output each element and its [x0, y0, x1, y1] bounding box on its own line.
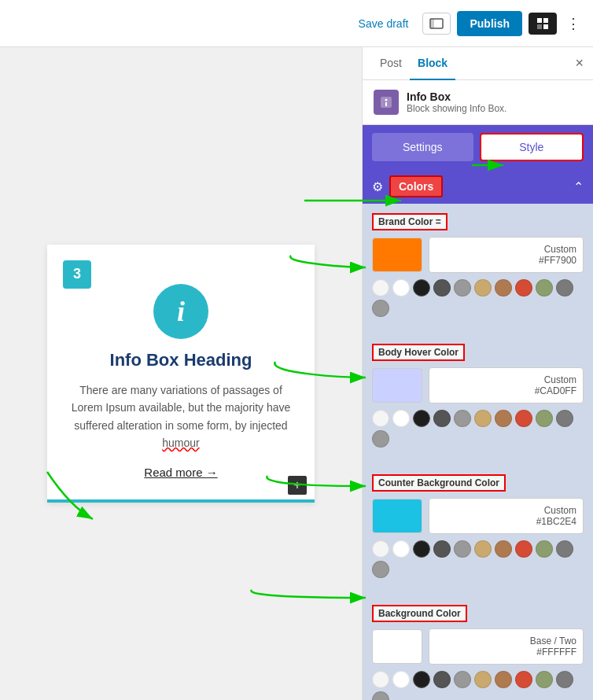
palette-dot-1-0[interactable] — [372, 410, 389, 427]
palette-dot-extra-0[interactable] — [372, 300, 389, 317]
publish-button[interactable]: Publish — [457, 11, 522, 36]
svg-rect-8 — [385, 102, 387, 106]
more-options-button[interactable]: ⋮ — [563, 12, 584, 35]
color-swatch-2[interactable] — [372, 499, 422, 533]
palette-dot-3-8[interactable] — [536, 671, 553, 688]
svg-rect-5 — [543, 24, 548, 29]
settings-toggle-button[interactable] — [529, 13, 557, 35]
palette-dot-0-3[interactable] — [433, 279, 451, 297]
color-preview-row-0: Custom#FF7900 — [372, 237, 584, 273]
view-button[interactable] — [422, 13, 451, 35]
palette-dot-1-4[interactable] — [454, 410, 471, 427]
palette-dot-0-2[interactable] — [413, 279, 430, 297]
color-palette-2 — [372, 540, 584, 558]
color-custom-label-0: Custom — [544, 244, 576, 255]
panel-info-text: Info Box Block showing Info Box. — [407, 90, 506, 114]
panel-info-desc: Block showing Info Box. — [407, 103, 506, 114]
card-bottom-bar — [47, 499, 315, 503]
palette-dot-0-6[interactable] — [495, 279, 512, 297]
panel-close-button[interactable]: × — [575, 55, 584, 72]
info-heading: Info Box Heading — [63, 350, 299, 370]
palette-dot-2-7[interactable] — [515, 540, 532, 558]
palette-dot-1-2[interactable] — [413, 410, 430, 427]
palette-dot-0-1[interactable] — [392, 279, 410, 297]
color-palette-0 — [372, 279, 584, 297]
color-sections-container: Brand Color =Custom#FF7900Body Hover Col… — [363, 204, 593, 700]
toolbar: Save draft Publish ⋮ — [0, 0, 593, 47]
style-button[interactable]: Style — [480, 133, 584, 161]
palette-dot-2-0[interactable] — [372, 540, 389, 558]
palette-dot-extra-1[interactable] — [372, 430, 389, 448]
palette-dot-2-2[interactable] — [413, 540, 430, 558]
palette-dot-3-3[interactable] — [433, 671, 451, 688]
palette-dot-1-9[interactable] — [556, 410, 573, 427]
palette-dot-2-5[interactable] — [474, 540, 492, 558]
palette-dot-3-6[interactable] — [495, 671, 512, 688]
palette-dot-0-4[interactable] — [454, 279, 471, 297]
settings-icon — [536, 17, 549, 30]
palette-dot-3-2[interactable] — [413, 671, 430, 688]
svg-rect-1 — [430, 19, 434, 28]
palette-dot-0-8[interactable] — [536, 279, 553, 297]
palette-dot-3-1[interactable] — [392, 671, 410, 688]
palette-dot-3-5[interactable] — [474, 671, 492, 688]
palette-dot-3-7[interactable] — [515, 671, 532, 688]
color-label-0[interactable]: Brand Color = — [372, 213, 448, 230]
read-more-link[interactable]: Read more → — [63, 466, 299, 479]
palette-dot-1-3[interactable] — [433, 410, 451, 427]
svg-point-7 — [385, 99, 388, 101]
palette-dot-2-6[interactable] — [495, 540, 512, 558]
palette-dot-1-7[interactable] — [515, 410, 532, 427]
palette-dot-2-8[interactable] — [536, 540, 553, 558]
color-custom-label-2: Custom — [544, 505, 576, 516]
palette-dot-2-3[interactable] — [433, 540, 451, 558]
humour-text: humour — [162, 437, 199, 449]
tab-block[interactable]: Block — [410, 47, 455, 80]
info-icon-circle: i — [153, 284, 208, 339]
svg-rect-4 — [537, 24, 542, 29]
color-preview-row-3: Base / Two#FFFFFF — [372, 628, 584, 665]
palette-dot-1-5[interactable] — [474, 410, 492, 427]
color-label-3[interactable]: Background Color — [372, 605, 467, 622]
save-draft-button[interactable]: Save draft — [351, 13, 417, 35]
color-section-3: Background ColorBase / Two#FFFFFF — [363, 595, 593, 700]
palette-dot-0-0[interactable] — [372, 279, 389, 297]
palette-dot-0-7[interactable] — [515, 279, 532, 297]
colors-section-header: ⚙ Colors ⌃ — [363, 169, 593, 204]
tab-post[interactable]: Post — [372, 47, 410, 80]
panel-tabs: Post Block × — [363, 47, 593, 80]
palette-dot-3-9[interactable] — [556, 671, 573, 688]
palette-dot-0-5[interactable] — [474, 279, 492, 297]
palette-dot-1-8[interactable] — [536, 410, 553, 427]
color-swatch-0[interactable] — [372, 238, 422, 272]
palette-dot-3-0[interactable] — [372, 671, 389, 688]
color-label-1[interactable]: Body Hover Color — [372, 344, 465, 361]
palette-dot-1-1[interactable] — [392, 410, 410, 427]
color-custom-box-0: Custom#FF7900 — [429, 237, 584, 273]
svg-rect-2 — [537, 18, 542, 23]
info-card: 3 i Info Box Heading There are many vari… — [47, 245, 315, 503]
palette-dot-3-4[interactable] — [454, 671, 471, 688]
info-body: There are many variations of passages of… — [63, 381, 299, 452]
color-label-2[interactable]: Counter Background Color — [372, 474, 506, 492]
color-custom-box-2: Custom#1BC2E4 — [429, 498, 584, 534]
colors-label-button[interactable]: Colors — [389, 175, 443, 197]
color-swatch-1[interactable] — [372, 368, 422, 403]
palette-dot-extra-2[interactable] — [372, 561, 389, 578]
view-icon — [429, 18, 444, 29]
chevron-up-button[interactable]: ⌃ — [573, 179, 584, 194]
palette-dot-1-6[interactable] — [495, 410, 512, 427]
palette-dot-2-4[interactable] — [454, 540, 471, 558]
palette-dot-2-1[interactable] — [392, 540, 410, 558]
color-custom-label-3: Base / Two — [530, 636, 576, 647]
add-block-button[interactable]: + — [288, 476, 307, 495]
color-preview-row-1: Custom#CAD0FF — [372, 367, 584, 403]
info-icon: i — [177, 295, 185, 328]
palette-dot-extra-3[interactable] — [372, 691, 389, 700]
color-custom-value-3: #FFFFFF — [536, 647, 576, 658]
palette-dot-0-9[interactable] — [556, 279, 573, 297]
settings-button[interactable]: Settings — [372, 133, 473, 161]
gear-icon: ⚙ — [372, 179, 383, 194]
palette-dot-2-9[interactable] — [556, 540, 573, 558]
color-swatch-3[interactable] — [372, 629, 422, 664]
